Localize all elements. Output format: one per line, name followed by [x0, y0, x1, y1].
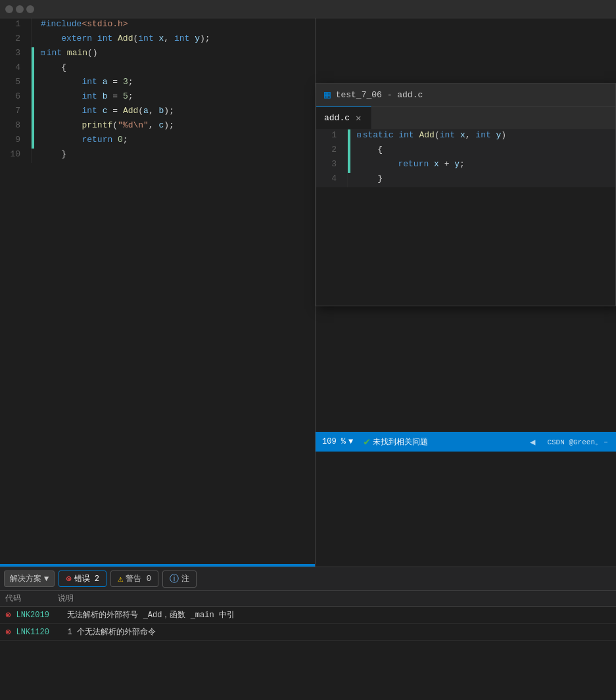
- y-param: y: [496, 130, 502, 140]
- var-a: a: [103, 77, 108, 87]
- right-code-content[interactable]: 1 ⊟static int Add(int x, int y) 2 { 3: [316, 129, 615, 187]
- code-line-3: 3 ⊟int main(): [0, 47, 315, 62]
- right-editor-panel: ▦ test_7_06 - add.c add.c ✕ 1 ⊟static in…: [316, 83, 616, 306]
- warn-icon: ⚠: [118, 573, 123, 584]
- error-filter-bar: 解决方案 ▼ ⊗ 错误 2 ⚠ 警告 0 ⓘ 注: [0, 567, 616, 591]
- error-code-2: LNK1120: [16, 628, 62, 637]
- line-content-3: ⊟int main(): [34, 47, 315, 62]
- line-content-4: {: [34, 62, 315, 76]
- eq-op-c: =: [112, 106, 118, 116]
- close-button[interactable]: ✕: [26, 5, 34, 13]
- line-number-6: 6: [0, 91, 32, 105]
- error-desc-2: 1 个无法解析的外部命令: [67, 626, 611, 638]
- line-content-1: #include<stdio.h>: [34, 18, 315, 33]
- num-5: 5: [123, 91, 128, 101]
- line-number-5: 5: [0, 76, 32, 91]
- line-number-10: 10: [0, 149, 32, 163]
- include-file: <stdio.h>: [82, 19, 128, 29]
- code-line-1: 1 #include<stdio.h>: [0, 18, 315, 33]
- right-line-num-4: 4: [316, 173, 348, 187]
- arg-b: b: [159, 106, 164, 116]
- right-collapse-1[interactable]: ⊟: [357, 131, 362, 139]
- left-editor-panel: 1 #include<stdio.h> 2 extern int Add(int…: [0, 18, 316, 567]
- window-controls: ─ □ ✕: [5, 5, 34, 13]
- error-row-1[interactable]: ⊗ LNK2019 无法解析的外部符号 _Add，函数 _main 中引: [0, 607, 616, 624]
- warn-badge[interactable]: ⚠ 警告 0: [110, 571, 158, 587]
- info-badge[interactable]: ⓘ 注: [162, 571, 197, 588]
- int-param1: int: [138, 34, 153, 43]
- info-icon: ⓘ: [170, 573, 179, 585]
- int-keyword: int: [97, 34, 112, 43]
- line-content-9: return 0;: [34, 134, 315, 149]
- int-b: int: [82, 91, 97, 101]
- right-code-line-3: 3 return x + y;: [316, 158, 615, 173]
- code-line-2: 2 extern int Add(int x, int y);: [0, 33, 315, 47]
- add-call: Add: [123, 106, 138, 116]
- code-line-9: 9 return 0;: [0, 134, 315, 149]
- printf-call: printf: [82, 120, 112, 130]
- solution-dropdown[interactable]: 解决方案 ▼: [4, 571, 55, 587]
- line-content-5: int a = 3;: [34, 76, 315, 91]
- error-badge[interactable]: ⊗ 错误 2: [59, 571, 107, 587]
- right-editor-title-text: test_7_06 - add.c: [336, 90, 423, 100]
- error-icon: ⊗: [66, 573, 71, 584]
- plus-op: +: [444, 159, 450, 169]
- collapse-btn-3[interactable]: ⊟: [41, 49, 45, 57]
- zoom-arrow-icon: ▼: [348, 437, 353, 446]
- title-bar: ─ □ ✕: [0, 0, 616, 18]
- line-number-2: 2: [0, 33, 32, 47]
- line-number-3: 3: [0, 47, 32, 62]
- return-zero: 0: [118, 135, 123, 145]
- right-status-bar: 109 % ▼ ✔ 未找到相关问题 ◀ CSDN @Green。－: [316, 432, 616, 452]
- code-line-8: 8 printf("%d\n", c);: [0, 120, 315, 134]
- zoom-dropdown-btn[interactable]: ▼: [348, 437, 353, 446]
- var-c: c: [103, 106, 108, 116]
- line-content-10: }: [34, 149, 315, 163]
- x-param: x: [460, 130, 465, 140]
- int-keyword-main: int: [47, 48, 62, 58]
- line-number-9: 9: [0, 134, 32, 149]
- arg-c: c: [158, 120, 164, 130]
- right-line-num-2: 2: [316, 144, 348, 158]
- code-line-7: 7 int c = Add(a, b);: [0, 105, 315, 120]
- right-line-num-1: 1: [316, 129, 348, 144]
- eq-op: =: [112, 77, 118, 87]
- right-no-problems: ✔ 未找到相关问题: [364, 435, 428, 448]
- right-line-num-3: 3: [316, 158, 348, 173]
- int-y: int: [475, 130, 490, 140]
- code-line-10: 10 }: [0, 149, 315, 163]
- line-number-7: 7: [0, 105, 32, 120]
- solution-label: 解决方案: [10, 573, 41, 584]
- int-param2: int: [174, 34, 189, 43]
- error-row-icon-2: ⊗: [5, 626, 11, 638]
- arg-a: a: [143, 106, 149, 116]
- error-row-icon-1: ⊗: [5, 609, 11, 620]
- code-line-5: 5 int a = 3;: [0, 76, 315, 91]
- left-code-content[interactable]: 1 #include<stdio.h> 2 extern int Add(int…: [0, 18, 315, 564]
- tab-label: add.c: [324, 113, 350, 123]
- line-number-1: 1: [0, 18, 32, 33]
- right-editor-padding: [316, 187, 615, 306]
- param-y: y: [195, 34, 200, 43]
- right-code-lines: 1 ⊟static int Add(int x, int y) 2 { 3: [316, 129, 615, 187]
- dropdown-arrow-icon: ▼: [44, 574, 49, 584]
- maximize-button[interactable]: □: [16, 5, 24, 13]
- right-line-content-2: {: [350, 144, 615, 158]
- vs-logo-icon: ▦: [324, 88, 331, 101]
- error-label: 错误 2: [74, 573, 99, 584]
- info-label: 注: [181, 573, 189, 584]
- code-line-4: 4 {: [0, 62, 315, 76]
- right-code-line-1: 1 ⊟static int Add(int x, int y): [316, 129, 615, 144]
- minimize-button[interactable]: ─: [5, 5, 13, 13]
- add-c-tab[interactable]: add.c ✕: [316, 106, 371, 129]
- var-b: b: [103, 91, 108, 101]
- watermark-text: CSDN @Green。－: [547, 437, 609, 447]
- int-x: int: [440, 130, 455, 140]
- x-ret: x: [434, 159, 439, 169]
- app-window: ─ □ ✕ 1 #include<stdio.h> 2: [0, 0, 616, 682]
- tab-close-btn[interactable]: ✕: [354, 112, 363, 124]
- right-scroll-arrow[interactable]: ◀: [530, 436, 535, 448]
- y-ret: y: [454, 159, 460, 169]
- extern-keyword: extern: [61, 34, 92, 43]
- error-row-2[interactable]: ⊗ LNK1120 1 个无法解析的外部命令: [0, 624, 616, 641]
